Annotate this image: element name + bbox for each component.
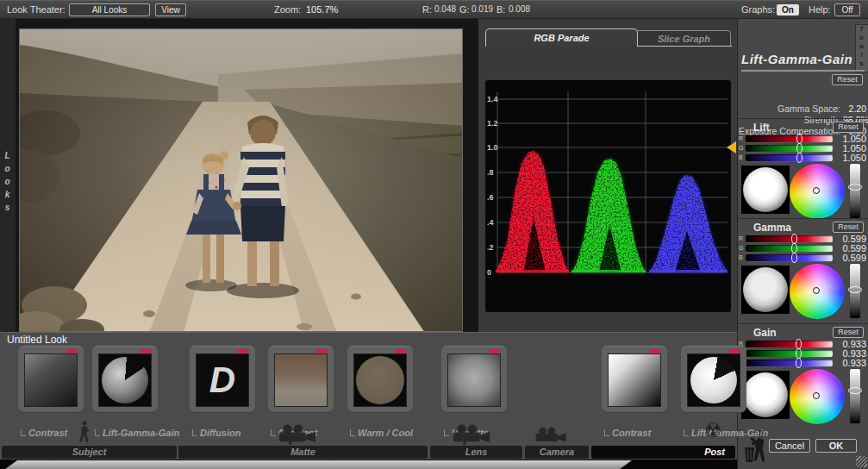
enabled-indicator [650, 349, 660, 353]
slider-handle[interactable] [791, 253, 797, 263]
label-connector [350, 429, 355, 436]
looks-drawer-tab[interactable]: L o o k s [0, 19, 16, 332]
preview-image[interactable] [19, 28, 463, 332]
category-tab-camera[interactable]: Camera [525, 446, 589, 459]
lift-green-row: G 1.050 [738, 144, 868, 153]
tool-controls-panel: T o o l s Lift-Gamma-Gain Reset Gamma Sp… [737, 19, 868, 469]
scrollbar-thumb[interactable] [5, 460, 632, 469]
enabled-indicator [729, 349, 740, 353]
vignette-thumb [447, 353, 501, 407]
section-gain: Gain Reset R 0.933 G 0.933 B 0.933 [738, 323, 868, 428]
graphs-toggle[interactable]: On [777, 4, 799, 16]
enabled-indicator [66, 349, 77, 353]
lift-level-slider[interactable] [850, 164, 860, 218]
preview-viewer [16, 19, 478, 332]
help-toggle[interactable]: Off [834, 3, 860, 16]
gamma-green-row: G 0.599 [738, 244, 868, 253]
ytick: .2 [485, 243, 496, 252]
ok-button[interactable]: OK [815, 439, 857, 453]
enabled-indicator [396, 349, 406, 353]
readout-b-value: 0.008 [509, 4, 530, 14]
gain-color-wheel[interactable] [790, 369, 845, 424]
tool-gradient[interactable]: Gradient [268, 346, 334, 428]
param-gamma-space: Gamma Space: 2.20 [738, 103, 868, 115]
section-gamma: Gamma Reset R 0.599 G 0.599 B 0.599 [738, 218, 868, 323]
tool-lift-gamma-gain-post[interactable]: Lift-Gamma-Gain [681, 346, 746, 428]
slider-handle[interactable] [796, 153, 802, 163]
category-tab-lens[interactable]: Lens [430, 446, 522, 459]
category-tab-matte[interactable]: Matte [178, 446, 428, 459]
gamma-color-wheel[interactable] [790, 264, 845, 319]
slider-handle[interactable] [848, 184, 862, 191]
enabled-indicator [141, 349, 151, 353]
slider-handle[interactable] [848, 387, 862, 394]
tool-title: Lift-Gamma-Gain [741, 52, 865, 72]
readout-r-value: 0.048 [434, 4, 456, 14]
lift-gamma-gain-thumb [98, 353, 152, 407]
reset-gain-button[interactable]: Reset [833, 327, 864, 338]
label-connector [95, 429, 100, 436]
level-marker-icon[interactable] [727, 141, 736, 153]
section-lift: Lift Reset R 1.050 G 1.050 B 1.050 [738, 118, 868, 218]
tool-diffusion[interactable]: D Diffusion [190, 346, 255, 428]
slider-handle[interactable] [848, 286, 862, 293]
category-tab-post[interactable]: Post [591, 446, 735, 459]
lift-red-row: R 1.050 [738, 134, 868, 143]
readout-r-label: R: [422, 4, 432, 15]
label-connector [604, 429, 609, 436]
resize-grip[interactable] [856, 456, 867, 467]
lift-color-wheel[interactable] [790, 164, 845, 219]
enabled-indicator [238, 349, 248, 353]
reset-lift-button[interactable]: Reset [833, 122, 864, 133]
person-walking-icon [78, 421, 91, 447]
ytick: .8 [485, 168, 496, 177]
slider-handle[interactable] [796, 358, 802, 368]
gain-green-slider[interactable] [746, 350, 833, 357]
rgb-parade-graph: 1.4 1.2 1.0 .8 .6 .4 .2 0 [485, 80, 731, 312]
reset-all-button[interactable]: Reset [832, 74, 863, 85]
cancel-button[interactable]: Cancel [769, 439, 810, 453]
bottom-scrollbar [0, 460, 737, 469]
gradient-thumb [274, 353, 328, 407]
view-button[interactable]: View [155, 3, 186, 16]
radiation-icon: ☢ [704, 419, 722, 441]
gain-level-slider[interactable] [850, 369, 860, 423]
reset-gamma-button[interactable]: Reset [833, 222, 864, 233]
wheel-selector[interactable] [813, 287, 820, 294]
gamma-luma-ball[interactable] [741, 266, 790, 314]
looks-dropdown[interactable]: All Looks [69, 3, 150, 16]
look-title: Untitled Look [7, 334, 67, 346]
contrast-thumb [24, 353, 78, 407]
label-connector [192, 429, 197, 436]
diffusion-thumb: D [196, 353, 249, 407]
category-tab-subject[interactable]: Subject [2, 446, 177, 459]
lift-green-slider[interactable] [746, 145, 833, 152]
label-connector [684, 429, 689, 436]
gamma-green-slider[interactable] [746, 245, 833, 252]
tool-lift-gamma-gain-subject[interactable]: Lift-Gamma-Gain [92, 346, 158, 428]
label-connector [271, 429, 276, 436]
tool-warm-cool[interactable]: Warm / Cool [347, 346, 413, 428]
ytick: 1.2 [485, 119, 496, 128]
tab-slice-graph[interactable]: Slice Graph [638, 30, 731, 47]
wheel-selector[interactable] [813, 392, 820, 399]
tab-rgb-parade[interactable]: RGB Parade [485, 28, 638, 47]
gain-blue-row: B 0.933 [738, 359, 868, 367]
lift-red-slider[interactable] [746, 135, 833, 142]
ytick: .4 [485, 218, 496, 227]
tool-vignette[interactable]: Vignette [441, 346, 507, 428]
zoom-value[interactable]: 105.7% [306, 4, 338, 15]
tool-contrast-subject[interactable]: Contrast [18, 346, 84, 428]
gain-blue-slider[interactable] [746, 360, 833, 366]
gamma-red-slider[interactable] [746, 235, 833, 242]
tool-contrast-post[interactable]: Contrast [602, 346, 667, 428]
enabled-indicator [490, 349, 500, 353]
lift-luma-ball[interactable] [741, 166, 790, 214]
gain-red-slider[interactable] [746, 341, 833, 347]
contrast-thumb [608, 353, 661, 407]
lift-blue-slider[interactable] [746, 154, 833, 161]
wheel-selector[interactable] [813, 187, 820, 194]
gain-luma-ball[interactable] [741, 371, 790, 419]
gamma-level-slider[interactable] [850, 264, 860, 318]
gamma-blue-slider[interactable] [746, 254, 833, 261]
